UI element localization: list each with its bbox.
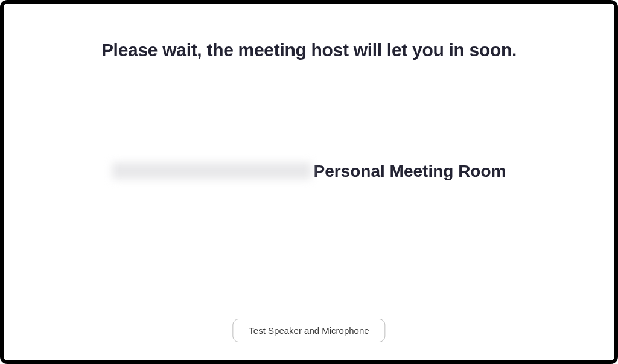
test-speaker-microphone-button[interactable]: Test Speaker and Microphone [232,319,385,342]
waiting-room-window: Please wait, the meeting host will let y… [0,0,618,364]
meeting-title-suffix: Personal Meeting Room [314,162,506,180]
meeting-title: Personal Meeting Room [104,160,514,183]
host-name-redacted [112,162,311,179]
waiting-message: Please wait, the meeting host will let y… [101,40,517,60]
